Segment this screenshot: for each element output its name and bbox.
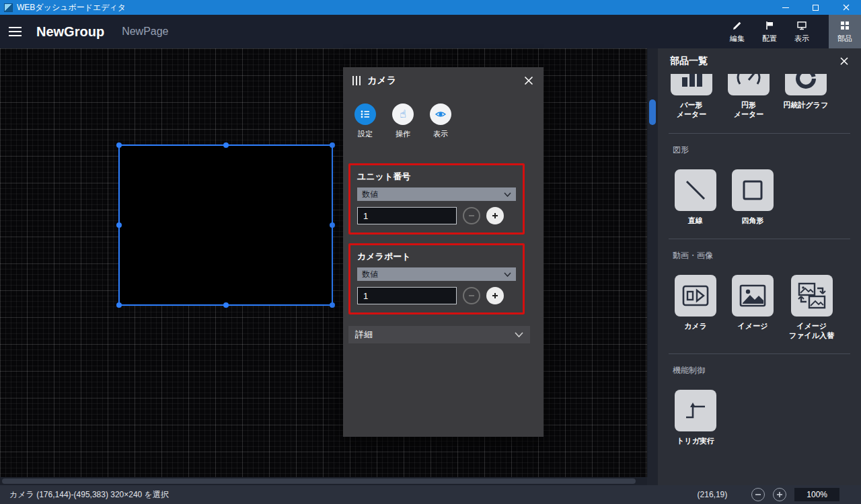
page-name: NewPage bbox=[122, 26, 168, 38]
section-label-function-control: 機能制御 bbox=[673, 365, 861, 376]
parts-item-label: 四角形 bbox=[742, 216, 764, 225]
dialog-header[interactable]: カメラ bbox=[343, 67, 544, 94]
cursor-coordinates: (216,19) bbox=[698, 490, 728, 499]
line-icon[interactable] bbox=[675, 169, 716, 211]
parts-item-trigger[interactable]: トリガ実行 bbox=[675, 390, 716, 446]
pie-graph-icon[interactable] bbox=[785, 74, 827, 95]
parts-item-image-swap[interactable]: イメージ ファイル入替 bbox=[789, 275, 834, 341]
chevron-down-icon bbox=[515, 332, 523, 337]
tool-label: 編集 bbox=[730, 34, 745, 44]
tab-display[interactable]: 表示 bbox=[429, 103, 452, 139]
details-label: 詳細 bbox=[355, 329, 515, 341]
parts-row-shapes: 直線 四角形 bbox=[658, 169, 861, 225]
panel-close-icon[interactable] bbox=[839, 56, 849, 66]
selection-handle-w[interactable] bbox=[116, 222, 122, 228]
zoom-level[interactable]: 100% bbox=[794, 488, 839, 501]
panel-divider bbox=[669, 133, 850, 134]
camera-port-increment-button[interactable] bbox=[486, 287, 504, 304]
tab-label: 表示 bbox=[433, 129, 448, 139]
window-controls bbox=[770, 0, 861, 15]
maximize-button[interactable] bbox=[800, 0, 831, 15]
app-icon bbox=[4, 3, 13, 12]
section-label-media: 動画・画像 bbox=[673, 250, 861, 261]
selection-handle-sw[interactable] bbox=[116, 302, 122, 308]
rectangle-icon[interactable] bbox=[732, 169, 774, 211]
zoom-in-button[interactable] bbox=[773, 488, 786, 501]
bar-meter-icon[interactable] bbox=[671, 74, 712, 95]
parts-item-rectangle[interactable]: 四角形 bbox=[732, 169, 774, 225]
parts-panel: 部品一覧 バー形 メーター bbox=[658, 48, 861, 485]
tab-operation[interactable]: ☝ 操作 bbox=[391, 103, 414, 139]
zoom-out-button[interactable] bbox=[751, 488, 765, 501]
editor-canvas[interactable] bbox=[0, 48, 647, 485]
unit-number-input[interactable] bbox=[357, 207, 457, 224]
plus-icon bbox=[491, 212, 499, 220]
details-expander[interactable]: 詳細 bbox=[348, 326, 530, 343]
selection-handle-s[interactable] bbox=[223, 302, 229, 308]
panel-scroll-thumb[interactable] bbox=[649, 99, 656, 125]
camera-port-type-dropdown[interactable]: 数値 bbox=[357, 267, 516, 281]
parts-item-bar-meter[interactable]: バー形 メーター bbox=[667, 74, 716, 120]
dropdown-value: 数値 bbox=[362, 269, 504, 280]
trigger-icon[interactable] bbox=[675, 390, 716, 431]
parts-item-line[interactable]: 直線 bbox=[675, 169, 716, 225]
dialog-close-icon[interactable] bbox=[523, 75, 534, 86]
image-icon[interactable] bbox=[732, 275, 774, 317]
unit-number-label: ユニット番号 bbox=[357, 171, 516, 183]
display-button[interactable]: 表示 bbox=[786, 15, 818, 48]
parts-item-label: イメージ bbox=[738, 321, 768, 331]
panel-divider bbox=[669, 353, 850, 354]
parts-button[interactable]: 部品 bbox=[829, 15, 861, 48]
tool-label: 配置 bbox=[762, 34, 777, 44]
zoom-controls: (216,19) 100% bbox=[698, 488, 839, 501]
dialog-title: カメラ bbox=[367, 75, 396, 87]
selection-handle-nw[interactable] bbox=[116, 142, 122, 148]
selection-handle-n[interactable] bbox=[223, 142, 229, 148]
selection-handle-ne[interactable] bbox=[330, 142, 335, 148]
camera-port-input[interactable] bbox=[357, 287, 457, 304]
parts-row-meters: バー形 メーター 円形 メーター bbox=[658, 74, 861, 120]
parts-item-label: バー形 メーター bbox=[677, 100, 707, 120]
minus-icon bbox=[755, 491, 761, 498]
circular-meter-icon[interactable] bbox=[728, 74, 770, 95]
tool-label: 部品 bbox=[837, 34, 852, 44]
unit-number-type-dropdown[interactable]: 数値 bbox=[357, 187, 516, 201]
selected-camera-widget[interactable] bbox=[118, 144, 333, 306]
unit-number-decrement-button[interactable] bbox=[463, 207, 480, 224]
unit-number-stepper bbox=[357, 207, 516, 224]
hamburger-icon bbox=[9, 27, 22, 28]
dialog-tabs: 設定 ☝ 操作 表示 bbox=[343, 94, 544, 147]
close-button[interactable] bbox=[831, 0, 861, 15]
edit-button[interactable]: 編集 bbox=[721, 15, 753, 48]
unit-number-section: ユニット番号 数値 bbox=[348, 163, 525, 235]
canvas-horizontal-scrollbar[interactable] bbox=[0, 477, 647, 485]
close-icon bbox=[843, 4, 850, 11]
parts-item-circular-meter[interactable]: 円形 メーター bbox=[724, 74, 773, 120]
parts-panel-header: 部品一覧 bbox=[658, 48, 861, 74]
minimize-button[interactable] bbox=[770, 0, 800, 15]
selection-status: カメラ (176,144)-(495,383) 320×240 を選択 bbox=[9, 489, 169, 501]
arrange-button[interactable]: 配置 bbox=[753, 15, 786, 48]
tab-settings[interactable]: 設定 bbox=[354, 103, 377, 139]
camera-port-decrement-button[interactable] bbox=[463, 287, 480, 304]
selection-handle-se[interactable] bbox=[330, 302, 335, 308]
parts-item-pie-graph[interactable]: 円統計グラフ bbox=[782, 74, 830, 120]
drag-handle-icon[interactable] bbox=[352, 76, 361, 85]
camera-properties-dialog: カメラ 設定 bbox=[343, 67, 544, 437]
parts-item-label: 円統計グラフ bbox=[784, 100, 829, 110]
horizontal-scroll-thumb[interactable] bbox=[2, 478, 636, 484]
image-swap-icon[interactable] bbox=[791, 275, 833, 317]
parts-item-camera[interactable]: カメラ bbox=[675, 275, 716, 341]
plus-icon bbox=[491, 292, 499, 300]
unit-number-increment-button[interactable] bbox=[486, 207, 504, 224]
panel-scrollbar[interactable] bbox=[647, 48, 658, 485]
parts-item-label: イメージ ファイル入替 bbox=[789, 321, 834, 341]
menu-button[interactable] bbox=[0, 27, 31, 36]
tab-label: 設定 bbox=[358, 129, 373, 139]
parts-panel-title: 部品一覧 bbox=[670, 55, 708, 67]
tool-label: 表示 bbox=[794, 34, 809, 44]
parts-item-image[interactable]: イメージ bbox=[732, 275, 774, 341]
selection-handle-e[interactable] bbox=[330, 222, 335, 228]
app-header: NewGroup NewPage 編集 配置 bbox=[0, 15, 861, 48]
camera-icon[interactable] bbox=[675, 275, 716, 317]
